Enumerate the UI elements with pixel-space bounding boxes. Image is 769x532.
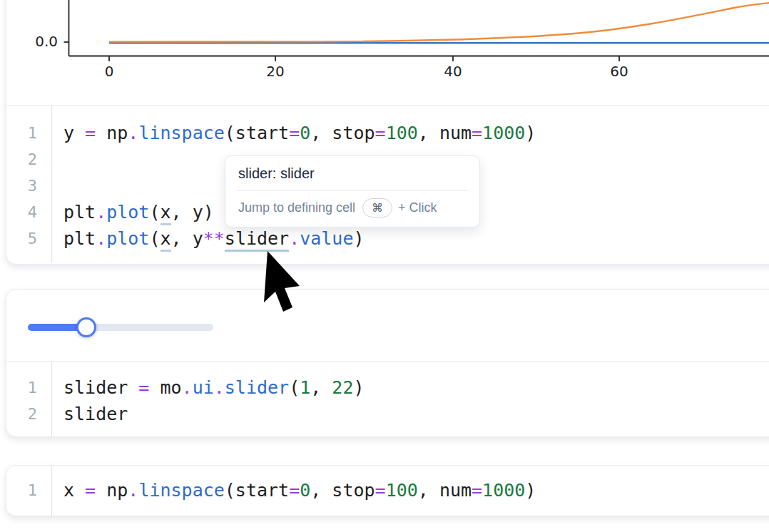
- code-token: ): [353, 377, 364, 398]
- svg-text:20: 20: [266, 63, 284, 80]
- plot-y-tick-label: 0.0: [35, 33, 58, 50]
- code-token: slider: [63, 404, 128, 424]
- code-token: .: [289, 228, 300, 249]
- tooltip-click-label: + Click: [398, 200, 437, 215]
- code-line[interactable]: slider: [63, 401, 769, 427]
- code-token: =: [289, 123, 300, 143]
- line-number: 1: [6, 374, 51, 401]
- code-token: (: [149, 202, 160, 222]
- code-token: =: [375, 123, 386, 143]
- code-token: np: [96, 123, 128, 143]
- code-token: (: [149, 228, 160, 249]
- marimo-notebook: 0.0 0 20 40 60 1 2 3 4 5: [0, 0, 769, 532]
- code-token: plt: [63, 228, 96, 249]
- svg-text:60: 60: [610, 63, 628, 80]
- code-line[interactable]: x = np.linspace(start=0, stop=100, num=1…: [63, 477, 769, 503]
- variable-reference-x[interactable]: x: [161, 228, 171, 252]
- code-token: =: [138, 377, 149, 398]
- code-token: =: [375, 480, 386, 501]
- line-number: 1: [6, 120, 51, 146]
- code-editor[interactable]: 1 x = np.linspace(start=0, stop=100, num…: [6, 466, 769, 516]
- line-number: 1: [6, 477, 51, 503]
- line-number: 4: [6, 199, 51, 225]
- code-token: , y): [171, 202, 214, 222]
- cell-slider: 1 2 slider = mo.ui.slider(1, 22) slider: [6, 289, 769, 437]
- code-token: x: [63, 480, 85, 501]
- plot-line-orange: [109, 3, 769, 42]
- code-token: plt: [63, 202, 96, 222]
- variable-reference-x[interactable]: x: [161, 202, 171, 225]
- code-token: , y: [171, 228, 203, 249]
- code-line[interactable]: y = np.linspace(start=0, stop=100, num=1…: [63, 120, 769, 146]
- code-token: =: [472, 480, 482, 501]
- line-number-gutter: 1 2: [6, 362, 52, 436]
- code-token: =: [85, 123, 96, 143]
- line-number-gutter: 1: [6, 466, 52, 516]
- line-number: 3: [6, 173, 51, 199]
- plot-x-tick-labels: 0 20 40 60: [105, 63, 628, 80]
- code-line[interactable]: plt.plot(x, y**slider.value): [63, 225, 769, 252]
- code-token: plot: [106, 202, 149, 222]
- code-token: =: [85, 480, 96, 501]
- code-token: 1000: [482, 480, 525, 501]
- tooltip-footer: Jump to defining cell ⌘ + Click: [225, 191, 479, 227]
- code-token: =: [289, 480, 300, 501]
- code-token: 1: [300, 377, 310, 398]
- matplotlib-figure: 0.0 0 20 40 60: [6, 0, 769, 106]
- code-token: plot: [106, 228, 149, 249]
- code-token: np: [96, 480, 128, 501]
- code-token: mo: [149, 377, 181, 398]
- code-token: ui: [193, 377, 214, 398]
- code-token: linspace: [138, 123, 224, 143]
- code-token: 1000: [482, 123, 525, 143]
- line-number: 2: [6, 401, 51, 427]
- code-token: , num: [418, 480, 472, 501]
- line-number: 2: [6, 146, 51, 173]
- code-token: , stop: [310, 123, 375, 143]
- code-token: linspace: [138, 480, 224, 501]
- code-token: ): [353, 228, 364, 249]
- code-token: (: [289, 377, 300, 398]
- svg-text:0: 0: [105, 63, 114, 80]
- code-token: .: [96, 228, 106, 249]
- code-token: y: [63, 123, 85, 143]
- code-token: .: [96, 202, 106, 222]
- code-token: 0: [300, 123, 310, 143]
- code-token: , stop: [310, 480, 375, 501]
- code-token: , num: [418, 123, 472, 143]
- code-token: slider: [63, 377, 138, 398]
- slider-track[interactable]: [28, 324, 213, 331]
- code-token: .: [128, 123, 138, 143]
- code-token: value: [300, 228, 353, 249]
- code-token: (start: [225, 480, 289, 501]
- slider-thumb[interactable]: [76, 317, 96, 337]
- mouse-cursor-icon: [257, 248, 314, 319]
- line-number-gutter: 1 2 3 4 5: [6, 106, 52, 263]
- code-token: ): [525, 123, 536, 143]
- code-line[interactable]: slider = mo.ui.slider(1, 22): [63, 374, 769, 401]
- line-number: 5: [6, 225, 51, 252]
- code-token: (start: [225, 123, 289, 143]
- code-token: ): [525, 480, 536, 501]
- command-key-badge: ⌘: [362, 198, 392, 218]
- code-token: .: [182, 377, 193, 398]
- code-token: slider: [225, 377, 289, 398]
- variable-tooltip: slider: slider Jump to defining cell ⌘ +…: [225, 155, 480, 227]
- code-editor[interactable]: 1 2 slider = mo.ui.slider(1, 22) slider: [6, 362, 769, 436]
- tooltip-title: slider: slider: [225, 156, 479, 190]
- code-token: ,: [310, 377, 332, 398]
- svg-text:40: 40: [444, 63, 462, 80]
- slider-output: [6, 290, 769, 362]
- code-token: 22: [332, 377, 353, 398]
- tooltip-jump-label: Jump to defining cell: [238, 200, 355, 215]
- code-token: 100: [386, 123, 418, 143]
- code-token: 0: [300, 480, 310, 501]
- code-token: .: [128, 480, 138, 501]
- code-token: **: [203, 228, 225, 249]
- plot-x-ticks: [109, 56, 619, 62]
- code-token: .: [214, 377, 225, 398]
- code-token: =: [472, 123, 482, 143]
- cell-x-linspace: 1 x = np.linspace(start=0, stop=100, num…: [6, 465, 769, 516]
- code-token: 100: [386, 480, 418, 501]
- plot-output: 0.0 0 20 40 60: [6, 0, 769, 106]
